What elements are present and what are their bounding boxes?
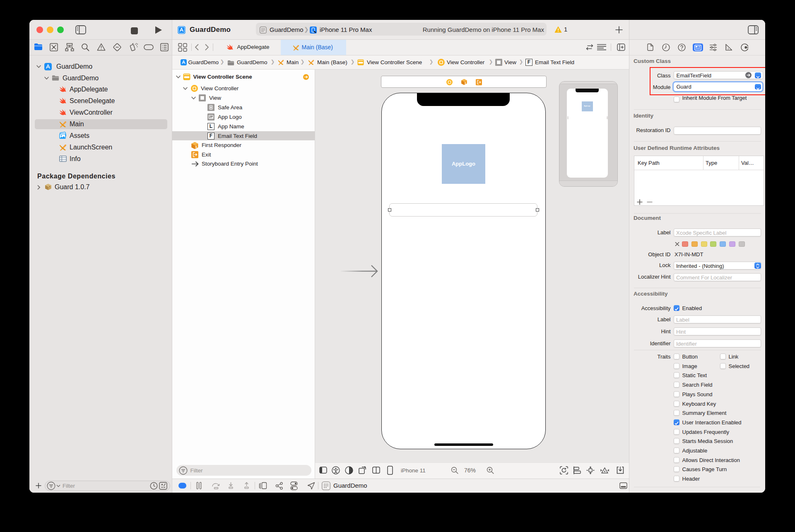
svg-text:1: 1 xyxy=(465,82,466,84)
svg-text:1: 1 xyxy=(195,145,198,149)
